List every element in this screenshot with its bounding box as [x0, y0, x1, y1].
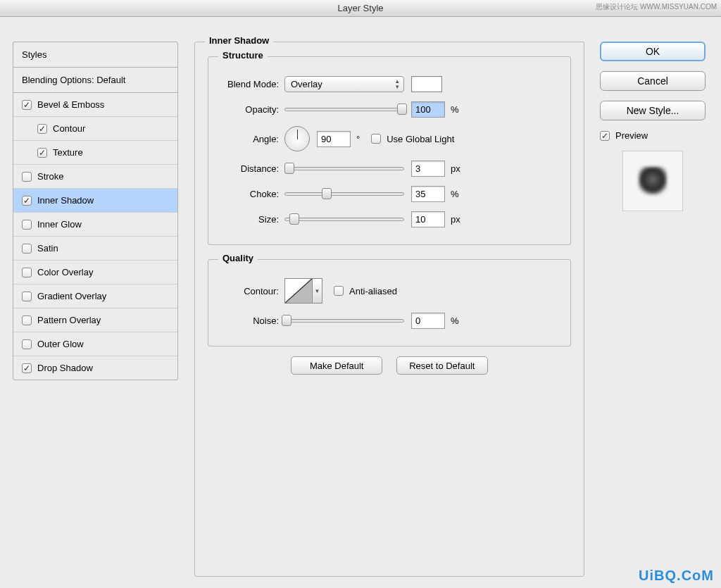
checkbox-icon[interactable] [22, 172, 32, 182]
choke-slider[interactable] [284, 187, 404, 201]
blend-mode-select[interactable]: Overlay ▴▾ [284, 76, 404, 92]
use-global-light-checkbox[interactable]: Use Global Light [371, 134, 454, 144]
distance-unit: px [451, 163, 460, 174]
angle-unit: ° [356, 134, 360, 144]
quality-group: Quality Contour: ▼ Anti-aliased Noise: [208, 259, 571, 346]
checkbox-icon[interactable] [22, 100, 32, 110]
styles-header[interactable]: Styles [13, 42, 177, 68]
style-row-texture[interactable]: Texture [13, 141, 177, 165]
style-row-inner-shadow[interactable]: Inner Shadow [13, 189, 177, 213]
checkbox-icon[interactable] [22, 339, 32, 349]
shadow-color-swatch[interactable] [411, 76, 442, 92]
structure-group: Structure Blend Mode: Overlay ▴▾ Opacity… [208, 56, 571, 245]
style-row-inner-glow[interactable]: Inner Glow [13, 213, 177, 237]
noise-input[interactable] [411, 313, 445, 329]
angle-dial[interactable] [284, 126, 310, 151]
checkbox-icon [371, 134, 381, 144]
style-row-label: Inner Shadow [37, 195, 94, 206]
cancel-button[interactable]: Cancel [600, 71, 706, 91]
reset-default-button[interactable]: Reset to Default [396, 356, 488, 375]
chevron-down-icon: ▼ [313, 278, 322, 304]
new-style-button[interactable]: New Style... [600, 101, 706, 120]
style-row-bevel-emboss[interactable]: Bevel & Emboss [13, 93, 177, 117]
distance-label: Distance: [218, 163, 284, 174]
dialog-buttons-column: OK Cancel New Style... Preview [600, 42, 706, 211]
use-global-light-label: Use Global Light [387, 134, 454, 144]
window-title: Layer Style [337, 3, 383, 13]
checkbox-icon[interactable] [22, 244, 32, 254]
angle-input[interactable] [317, 131, 351, 147]
make-default-button[interactable]: Make Default [291, 356, 382, 375]
watermark-bottom: UiBQ.CoM [639, 568, 714, 584]
style-row-label: Contour [53, 123, 85, 134]
checkbox-icon[interactable] [37, 124, 47, 134]
quality-group-title: Quality [218, 253, 258, 263]
checkbox-icon[interactable] [22, 196, 32, 206]
style-row-label: Drop Shadow [37, 363, 93, 373]
distance-slider[interactable] [284, 161, 404, 175]
style-row-color-overlay[interactable]: Color Overlay [13, 261, 177, 284]
style-row-label: Outer Glow [37, 339, 84, 349]
style-row-label: Satin [37, 243, 58, 254]
contour-label: Contour: [218, 286, 284, 296]
blend-mode-value: Overlay [291, 79, 322, 89]
checkbox-icon [600, 131, 610, 141]
checkbox-icon[interactable] [22, 292, 32, 301]
contour-picker[interactable]: ▼ [284, 278, 322, 304]
opacity-unit: % [451, 104, 459, 115]
checkbox-icon[interactable] [22, 268, 32, 277]
style-row-satin[interactable]: Satin [13, 237, 177, 261]
structure-group-title: Structure [218, 50, 268, 61]
effect-settings-panel: Inner Shadow Structure Blend Mode: Overl… [194, 42, 584, 577]
select-arrows-icon: ▴▾ [396, 78, 399, 89]
checkbox-icon[interactable] [37, 148, 47, 158]
preview-label: Preview [615, 130, 648, 141]
choke-label: Choke: [218, 189, 284, 199]
size-input[interactable] [411, 211, 445, 227]
noise-unit: % [451, 315, 459, 326]
noise-slider[interactable] [284, 313, 404, 327]
style-row-pattern-overlay[interactable]: Pattern Overlay [13, 308, 177, 332]
ok-button[interactable]: OK [600, 42, 706, 61]
antialiased-label: Anti-aliased [349, 286, 397, 296]
style-row-gradient-overlay[interactable]: Gradient Overlay [13, 284, 177, 308]
angle-label: Angle: [218, 134, 284, 144]
style-row-label: Texture [53, 147, 83, 158]
preview-thumbnail [622, 151, 683, 211]
style-row-contour[interactable]: Contour [13, 117, 177, 141]
choke-input[interactable] [411, 186, 445, 202]
opacity-input[interactable] [411, 101, 445, 118]
effect-title: Inner Shadow [205, 35, 273, 46]
style-row-label: Gradient Overlay [37, 291, 106, 301]
size-unit: px [451, 214, 460, 225]
opacity-label: Opacity: [218, 104, 284, 115]
preview-checkbox[interactable]: Preview [600, 130, 706, 141]
blending-options-row[interactable]: Blending Options: Default [13, 68, 177, 93]
blend-mode-label: Blend Mode: [218, 79, 284, 89]
style-row-label: Stroke [37, 171, 64, 182]
checkbox-icon[interactable] [22, 220, 32, 230]
size-slider[interactable] [284, 212, 404, 226]
styles-sidebar: Styles Blending Options: Default Bevel &… [13, 42, 178, 380]
style-row-label: Bevel & Emboss [37, 99, 104, 110]
choke-unit: % [451, 189, 459, 199]
antialiased-checkbox[interactable]: Anti-aliased [334, 286, 397, 296]
noise-label: Noise: [218, 315, 284, 326]
opacity-slider[interactable] [284, 102, 404, 116]
style-row-label: Inner Glow [37, 219, 82, 230]
distance-input[interactable] [411, 161, 445, 177]
watermark-top: 思缘设计论坛 WWW.MISSYUAN.COM [596, 2, 717, 12]
style-row-label: Color Overlay [37, 267, 93, 277]
checkbox-icon[interactable] [22, 315, 32, 325]
checkbox-icon [334, 286, 344, 296]
size-label: Size: [218, 214, 284, 225]
style-row-outer-glow[interactable]: Outer Glow [13, 332, 177, 356]
style-row-label: Pattern Overlay [37, 315, 101, 325]
style-row-stroke[interactable]: Stroke [13, 165, 177, 189]
contour-curve-icon [284, 278, 313, 304]
style-row-drop-shadow[interactable]: Drop Shadow [13, 356, 177, 380]
checkbox-icon[interactable] [22, 363, 32, 373]
